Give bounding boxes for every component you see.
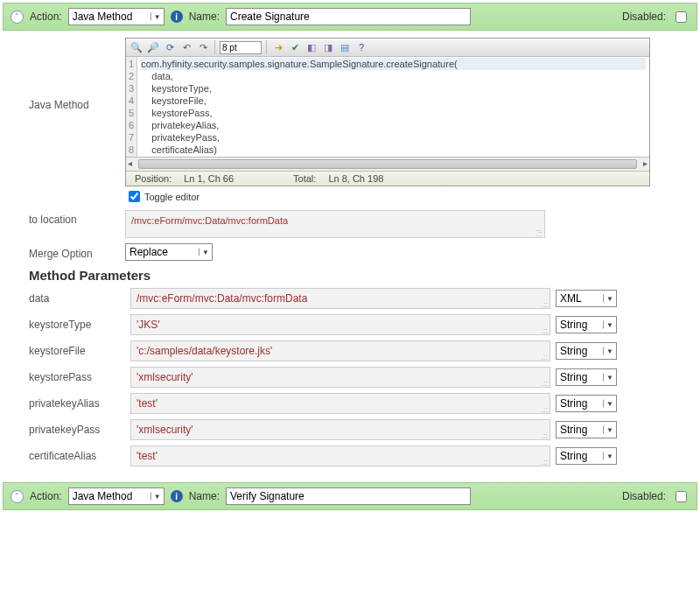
toggle-editor-checkbox[interactable] (129, 191, 140, 202)
status-position-value: Ln 1, Ch 66 (184, 173, 234, 184)
undo-icon[interactable]: ↶ (179, 40, 193, 54)
param-type-select[interactable]: String (556, 368, 617, 386)
name-label: Name: (189, 11, 220, 23)
action-label: Action: (30, 490, 62, 502)
disabled-label: Disabled: (622, 11, 666, 23)
action-select-wrap: Java Method (68, 8, 164, 25)
method-parameters-heading: Method Parameters (29, 268, 690, 283)
redo-icon[interactable]: ↷ (196, 40, 210, 54)
code-area[interactable]: 12345678 com.hyfinity.security.samples.s… (126, 57, 649, 157)
param-value-input[interactable]: 'xmlsecurity'.:: (130, 367, 550, 388)
disabled-label: Disabled: (622, 490, 666, 502)
merge-option-label: Merge Option (29, 244, 125, 260)
param-name: keystorePass (29, 371, 125, 383)
param-row: data/mvc:eForm/mvc:Data/mvc:formData.::X… (29, 288, 690, 309)
collapse-icon[interactable]: ˄ (10, 11, 24, 24)
param-type-select[interactable]: String (556, 395, 617, 412)
param-value-input[interactable]: 'test'.:: (130, 445, 550, 466)
param-name: privatekeyAlias (29, 397, 125, 410)
param-value-input[interactable]: 'xmlsecurity'.:: (130, 419, 550, 440)
to-location-label: to location (29, 210, 125, 226)
param-name: keystoreFile (29, 345, 125, 357)
param-row: certificateAlias'test'.::String (29, 445, 690, 466)
param-type-select[interactable]: String (556, 421, 617, 438)
action-body: Java Method 🔍🔎⟳↶↷ ➜✔◧◨▤? 12345678 com.hy… (3, 31, 697, 482)
param-value-input[interactable]: 'c:/samples/data/keystore.jks'.:: (130, 340, 550, 361)
action-label: Action: (30, 11, 62, 23)
param-type-select[interactable]: String (556, 447, 617, 465)
param-type-select[interactable]: XML (556, 290, 617, 307)
resize-grip-icon: .:: (541, 328, 548, 333)
code-text[interactable]: com.hyfinity.security.samples.signature.… (137, 57, 649, 157)
param-name: certificateAlias (29, 450, 125, 462)
horizontal-scrollbar[interactable] (126, 157, 649, 171)
toggle-editor-label[interactable]: Toggle editor (125, 188, 690, 205)
info-icon[interactable]: i (171, 11, 183, 23)
editor-toolbar: 🔍🔎⟳↶↷ ➜✔◧◨▤? (126, 39, 649, 57)
find-next-icon[interactable]: 🔎 (146, 40, 160, 54)
resize-grip-icon: .:: (541, 433, 548, 438)
param-name: privatekeyPass (29, 424, 125, 436)
find-icon[interactable]: 🔍 (130, 40, 144, 54)
to-location-input[interactable]: /mvc:eForm/mvc:Data/mvc:formData ...:: (125, 210, 545, 238)
action-select[interactable]: Java Method (68, 487, 164, 505)
code-editor: 🔍🔎⟳↶↷ ➜✔◧◨▤? 12345678 com.hyfinity.secur… (125, 38, 650, 186)
param-value-input[interactable]: 'JKS'.:: (130, 314, 550, 335)
param-row: privatekeyAlias'test'.::String (29, 393, 690, 414)
status-position-label: Position: (135, 173, 172, 184)
tool2-icon[interactable]: ◨ (321, 40, 335, 54)
param-row: keystoreFile'c:/samples/data/keystore.jk… (29, 340, 690, 361)
info-icon[interactable]: i (171, 490, 183, 502)
param-row: privatekeyPass'xmlsecurity'.::String (29, 419, 690, 440)
status-total-value: Ln 8, Ch 198 (328, 173, 383, 184)
help-icon[interactable]: ? (354, 40, 368, 54)
status-total-label: Total: (293, 173, 316, 184)
resize-grip-icon: .:: (541, 381, 548, 386)
check-icon[interactable]: ✔ (288, 40, 302, 54)
resize-grip-icon: .:: (541, 407, 548, 412)
tool1-icon[interactable]: ◧ (304, 40, 318, 54)
name-label: Name: (189, 490, 220, 502)
goto-icon[interactable]: ➜ (271, 40, 285, 54)
param-value-input[interactable]: /mvc:eForm/mvc:Data/mvc:formData.:: (130, 288, 550, 309)
action-header-verify: ˅ Action: Java Method i Name: Disabled: (3, 482, 697, 510)
param-name: data (29, 292, 125, 305)
expand-icon[interactable]: ˅ (10, 490, 24, 503)
param-name: keystoreType (29, 319, 125, 331)
param-type-select[interactable]: String (556, 316, 617, 333)
editor-status-bar: Position: Ln 1, Ch 66 Total: Ln 8, Ch 19… (126, 171, 649, 186)
refresh-icon[interactable]: ⟳ (163, 40, 177, 54)
param-row: keystoreType'JKS'.::String (29, 314, 690, 335)
name-input[interactable] (226, 8, 471, 25)
line-gutter: 12345678 (126, 57, 137, 157)
font-size-input[interactable] (220, 41, 262, 54)
action-select[interactable]: Java Method (68, 8, 164, 25)
resize-grip-icon: .:: (541, 459, 548, 465)
action-header-create: ˄ Action: Java Method i Name: Disabled: (3, 3, 697, 31)
disabled-checkbox[interactable] (676, 11, 687, 23)
name-input[interactable] (226, 487, 471, 505)
resize-grip-icon: ...:: (536, 226, 542, 236)
param-value-input[interactable]: 'test'.:: (130, 393, 550, 414)
merge-option-select[interactable]: Replace (125, 243, 213, 261)
java-method-label: Java Method (29, 38, 125, 111)
param-row: keystorePass'xmlsecurity'.::String (29, 367, 690, 388)
resize-grip-icon: .:: (541, 354, 548, 360)
disabled-checkbox[interactable] (676, 491, 687, 502)
resize-grip-icon: .:: (541, 302, 548, 307)
param-type-select[interactable]: String (556, 342, 617, 360)
tool3-icon[interactable]: ▤ (338, 40, 352, 54)
